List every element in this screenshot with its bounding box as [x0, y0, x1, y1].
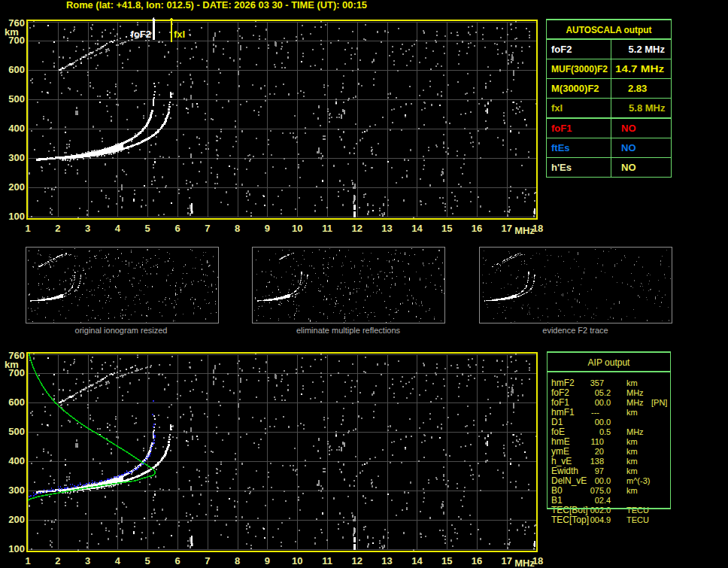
svg-text:20: 20 [595, 447, 604, 456]
svg-text:12: 12 [352, 223, 362, 234]
svg-text:8: 8 [235, 223, 240, 234]
svg-text:NO: NO [621, 162, 636, 173]
svg-text:6: 6 [174, 223, 180, 234]
svg-text:---: --- [591, 408, 599, 417]
svg-text:16: 16 [472, 555, 482, 566]
svg-text:1: 1 [25, 555, 30, 566]
svg-text:MHz: MHz [514, 225, 535, 236]
svg-text:eliminate multiple reflections: eliminate multiple reflections [296, 326, 401, 335]
svg-text:.0: .0 [604, 486, 611, 495]
svg-text:004: 004 [590, 515, 604, 524]
svg-text:km: km [626, 457, 638, 466]
svg-text:foF1: foF1 [551, 123, 572, 134]
svg-text:3: 3 [85, 555, 90, 566]
svg-text:foF1: foF1 [551, 397, 569, 408]
svg-text:original ionogram resized: original ionogram resized [75, 326, 168, 335]
svg-text:00: 00 [595, 398, 604, 407]
svg-text:10: 10 [292, 555, 302, 566]
svg-text:300: 300 [8, 152, 25, 163]
svg-text:5.2 MHz: 5.2 MHz [629, 44, 666, 55]
svg-text:075: 075 [590, 486, 604, 495]
svg-text:357: 357 [590, 378, 604, 387]
svg-text:MHz: MHz [626, 398, 644, 407]
svg-text:6: 6 [174, 555, 180, 566]
svg-text:h_vE: h_vE [551, 456, 572, 466]
svg-text:TECU: TECU [626, 506, 649, 515]
svg-text:hmE: hmE [551, 436, 570, 447]
svg-text:NO: NO [621, 123, 636, 134]
svg-text:7: 7 [205, 555, 210, 566]
svg-text:km: km [626, 447, 638, 456]
svg-text:.4: .4 [604, 496, 611, 505]
svg-text:15: 15 [441, 555, 452, 566]
svg-text:km: km [5, 26, 19, 38]
svg-text:9: 9 [265, 223, 270, 234]
svg-text:AUTOSCALA output: AUTOSCALA output [566, 24, 653, 35]
svg-text:14: 14 [411, 555, 423, 566]
svg-text:m^(-3): m^(-3) [626, 476, 650, 485]
svg-text:Ewidth: Ewidth [551, 466, 578, 476]
svg-text:11: 11 [322, 223, 332, 234]
svg-text:ymE: ymE [551, 446, 569, 457]
svg-text:foF2: foF2 [551, 387, 569, 398]
svg-text:B1: B1 [551, 495, 563, 506]
svg-text:km: km [626, 466, 638, 475]
svg-text:00: 00 [595, 418, 604, 427]
svg-text:5.8 MHz: 5.8 MHz [629, 102, 666, 114]
svg-text:DelN_vE: DelN_vE [551, 475, 587, 486]
svg-text:.0: .0 [604, 418, 611, 427]
svg-text:.0: .0 [604, 476, 611, 485]
svg-text:13: 13 [381, 555, 392, 566]
svg-text:600: 600 [8, 64, 25, 75]
svg-text:14: 14 [411, 223, 423, 234]
svg-text:15: 15 [441, 223, 452, 234]
svg-text:[PN]: [PN] [651, 398, 667, 407]
svg-text:002: 002 [590, 506, 604, 515]
svg-text:h'Es: h'Es [551, 162, 572, 173]
svg-text:.9: .9 [604, 515, 611, 524]
svg-text:ftEs: ftEs [551, 142, 570, 153]
svg-text:12: 12 [352, 555, 362, 566]
svg-text:2: 2 [55, 223, 60, 234]
svg-text:km: km [626, 486, 638, 495]
svg-text:97: 97 [595, 466, 604, 475]
svg-text:13: 13 [381, 223, 392, 234]
svg-text:NO: NO [621, 142, 636, 153]
svg-text:fxI: fxI [551, 102, 563, 114]
svg-text:TEC[Bot]: TEC[Bot] [551, 505, 588, 515]
svg-text:B0: B0 [551, 485, 563, 496]
svg-text:MHz: MHz [626, 388, 644, 397]
svg-text:3: 3 [85, 223, 90, 234]
svg-text:TEC[Top]: TEC[Top] [551, 515, 589, 525]
svg-text:8: 8 [235, 555, 240, 566]
svg-text:400: 400 [8, 123, 25, 134]
svg-text:fxI: fxI [174, 29, 185, 40]
svg-text:100: 100 [8, 211, 25, 222]
svg-text:400: 400 [8, 455, 25, 466]
svg-text:Rome (lat: +41.8, lon: 012.5): Rome (lat: +41.8, lon: 012.5) - DATE: 20… [66, 0, 367, 11]
svg-text:110: 110 [590, 437, 604, 446]
svg-text:02: 02 [595, 496, 604, 505]
svg-text:138: 138 [590, 457, 604, 466]
svg-text:500: 500 [8, 426, 25, 437]
svg-text:4: 4 [115, 555, 121, 566]
svg-text:10: 10 [292, 223, 302, 234]
svg-text:foE: foE [551, 427, 565, 437]
svg-text:9: 9 [265, 555, 270, 566]
svg-text:MHz: MHz [626, 427, 644, 436]
svg-text:5: 5 [145, 223, 150, 234]
svg-text:17: 17 [502, 555, 512, 566]
svg-text:TECU: TECU [626, 515, 649, 524]
svg-text:500: 500 [8, 93, 25, 105]
svg-text:hmF1: hmF1 [551, 407, 575, 418]
svg-text:100: 100 [8, 543, 25, 554]
svg-text:km: km [626, 378, 638, 387]
svg-text:.2: .2 [604, 388, 611, 397]
svg-text:1: 1 [25, 223, 30, 234]
svg-text:km: km [626, 408, 638, 417]
svg-text:.5: .5 [604, 427, 611, 436]
svg-text:00: 00 [595, 476, 604, 485]
svg-text:7: 7 [205, 223, 210, 234]
svg-text:300: 300 [8, 484, 25, 496]
svg-text:hmF2: hmF2 [551, 378, 575, 388]
